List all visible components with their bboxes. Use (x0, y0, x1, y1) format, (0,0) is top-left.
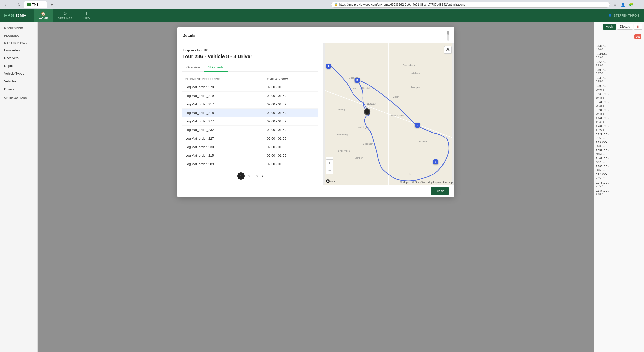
apply-button[interactable]: Apply (603, 24, 616, 30)
modal-left: Tourplan › Tour 286 Tour 286 - Vehicle 8… (177, 43, 323, 185)
user-info: 👤 STEFFEN THRON (608, 14, 644, 17)
extension-icon[interactable]: 🧩 (628, 2, 634, 8)
table-row[interactable]: LogiMat_order_215 02:00 - 01:59 (182, 151, 318, 160)
map-controls (444, 46, 452, 54)
delete-button[interactable]: 🗑 (634, 24, 642, 30)
co2-value: 1.407 tCO₂ (596, 157, 609, 160)
map-zoom-controls: + − (326, 159, 333, 174)
table-row[interactable]: LogiMat_order_218 02:00 - 01:59 (182, 109, 318, 117)
app-logo: EPG ONE (4, 13, 26, 18)
table-row[interactable]: LogiMat_order_278 02:00 - 01:59 (182, 83, 318, 92)
eur-value: 29.83 € (596, 112, 604, 115)
sidebar-section-monitoring: MONITORING (0, 24, 37, 31)
svg-text:Ulm: Ulm (408, 173, 412, 176)
eur-value: 38.50 € (596, 169, 604, 171)
sidebar-item-receivers[interactable]: Receivers (0, 54, 37, 62)
sidebar-item-forwarders[interactable]: Forwarders (0, 46, 37, 54)
nav-tab-settings[interactable]: ⚙ SETTINGS (53, 9, 78, 22)
sidebar-item-vehicle-types-label: Vehicle Types (4, 72, 24, 75)
tab-overview[interactable]: Overview (182, 63, 204, 72)
svg-point-22 (365, 109, 370, 114)
co2-indicator: CO₂ (634, 32, 642, 42)
sidebar-item-vehicle-types[interactable]: Vehicle Types (0, 70, 37, 77)
co2-entry: 0.994 tCO₂29.83 € (594, 108, 644, 116)
profile-icon[interactable]: 👤 (620, 2, 626, 8)
table-row[interactable]: LogiMat_order_232 02:00 - 01:59 (182, 126, 318, 134)
co2-value: 1.23 tCO₂ (596, 141, 607, 144)
close-button[interactable]: Close (431, 187, 449, 195)
table-row[interactable]: LogiMat_order_227 02:00 - 01:59 (182, 134, 318, 143)
new-tab-button[interactable]: + (49, 2, 55, 8)
co2-entry: 1.407 tCO₂42.20 € (594, 156, 644, 164)
co2-value: 1.264 tCO₂ (596, 125, 609, 128)
back-button[interactable]: ‹ (2, 2, 8, 8)
discard-button[interactable]: Discard (617, 24, 633, 30)
shipment-ref-cell: LogiMat_order_230 (182, 143, 264, 151)
page-1-button[interactable]: 1 (237, 172, 245, 180)
page-3-button[interactable]: 3 (254, 172, 261, 180)
table-row[interactable]: LogiMat_order_289 02:00 - 01:59 (182, 160, 318, 168)
app-header: EPG ONE 🏠 HOME ⚙ SETTINGS ℹ INFO 👤 STEFF… (0, 9, 644, 22)
sidebar: MONITORING PLANNING MASTER DATA ▾ Forwar… (0, 22, 38, 352)
sidebar-item-drivers[interactable]: Drivers (0, 85, 37, 93)
zoom-in-button[interactable]: + (326, 159, 333, 167)
menu-icon[interactable]: ⋮ (636, 2, 642, 8)
bookmark-icon[interactable]: ☆ (612, 2, 618, 8)
address-bar[interactable]: 🔒 https://tms-preview.epg.com/en/home/69… (331, 2, 610, 8)
svg-text:Tübingen: Tübingen (353, 157, 363, 159)
time-window-cell: 02:00 - 01:59 (264, 126, 318, 134)
mapbox-logo: mapbox (326, 179, 341, 184)
time-window-cell: 02:00 - 01:59 (264, 160, 318, 168)
co2-value: 1.283 tCO₂ (596, 165, 609, 168)
co2-value: 0.078 tCO₂ (596, 181, 609, 184)
forward-button[interactable]: › (9, 2, 15, 8)
svg-text:Gerstetten: Gerstetten (417, 140, 427, 143)
co2-entry: 0.92 tCO₂27.59 € (594, 172, 644, 181)
co2-value: 0.663 tCO₂ (596, 93, 609, 96)
nav-tab-info[interactable]: ℹ INFO (78, 9, 95, 22)
sidebar-item-receivers-label: Receivers (4, 56, 19, 60)
table-row[interactable]: LogiMat_order_277 02:00 - 01:59 (182, 117, 318, 126)
eur-value: 4.10 € (596, 48, 603, 51)
table-row[interactable]: LogiMat_order_230 02:00 - 01:59 (182, 143, 318, 151)
co2-entry: 0.699 tCO₂20.97 € (594, 84, 644, 92)
zoom-out-button[interactable]: − (326, 167, 333, 174)
co2-entry: 1.264 tCO₂37.92 € (594, 124, 644, 132)
map-attribution: © Mapbox © OpenStreetMap Improve this ma… (400, 181, 453, 184)
sidebar-item-vehicles[interactable]: Vehicles (0, 77, 37, 85)
co2-value: 1.352 tCO₂ (596, 149, 609, 152)
co2-value: 0.994 tCO₂ (596, 109, 609, 112)
co2-entry: 1.283 tCO₂38.50 € (594, 164, 644, 172)
co2-list: 0.137 tCO₂4.10 €0.03 tCO₂0.89 €0.064 tCO… (594, 43, 644, 352)
svg-text:Schrozberg: Schrozberg (403, 64, 415, 66)
time-window-cell: 02:00 - 01:59 (264, 151, 318, 160)
map-layers-button[interactable] (444, 46, 452, 54)
browser-tab[interactable]: T TMS ✕ (24, 1, 47, 8)
shipment-ref-cell: LogiMat_order_232 (182, 126, 264, 134)
waypoint-2: 2 (415, 123, 420, 128)
table-row[interactable]: LogiMat_order_219 02:00 - 01:59 (182, 92, 318, 100)
svg-text:Göppingen: Göppingen (363, 143, 373, 145)
eur-value: 4.10 € (596, 193, 603, 196)
eur-value: 21.62 € (596, 137, 604, 139)
breadcrumb-parent: Tourplan (182, 49, 194, 52)
reload-button[interactable]: ↻ (16, 2, 22, 8)
sidebar-item-depots[interactable]: Depots (0, 62, 37, 70)
nav-tab-home[interactable]: 🏠 HOME (34, 9, 53, 22)
eur-value: 42.20 € (596, 161, 604, 163)
sidebar-item-vehicles-label: Vehicles (4, 79, 16, 83)
co2-value: 0.137 tCO₂ (596, 189, 609, 192)
nav-tab-home-label: HOME (39, 17, 48, 20)
eur-value: 0.95 € (596, 80, 603, 83)
co2-value: 0.699 tCO₂ (596, 85, 609, 87)
page-next-button[interactable]: › (262, 174, 263, 178)
eur-value: 2.35 € (596, 185, 603, 188)
tab-close-icon[interactable]: ✕ (40, 3, 44, 6)
info-icon: ℹ (86, 11, 87, 16)
table-row[interactable]: LogiMat_order_217 02:00 - 01:59 (182, 100, 318, 109)
svg-point-24 (327, 180, 329, 182)
time-window-cell: 02:00 - 01:59 (264, 83, 318, 92)
tab-shipments[interactable]: Shipments (204, 63, 227, 72)
co2-entry: 0.663 tCO₂19.88 € (594, 92, 644, 100)
page-2-button[interactable]: 2 (246, 172, 253, 180)
